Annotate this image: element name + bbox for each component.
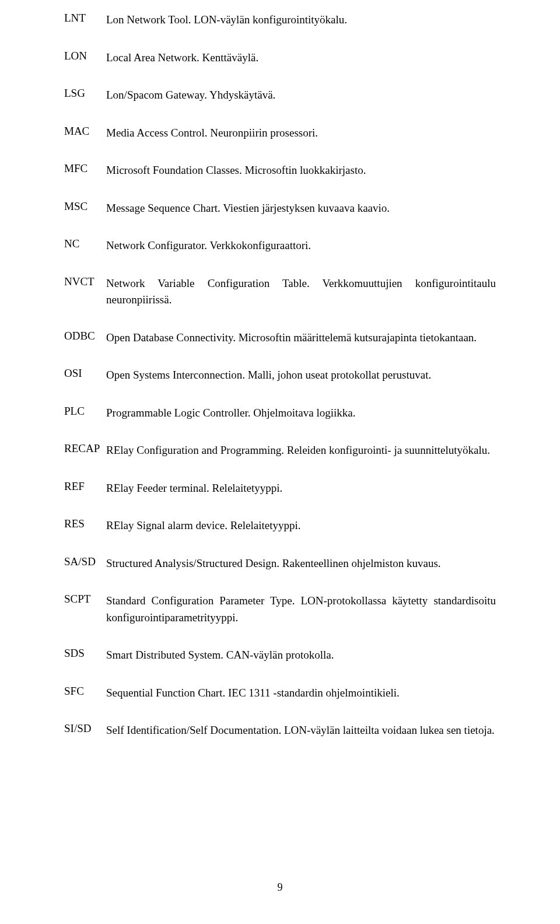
definition: Lon/Spacom Gateway. Yhdyskäytävä.	[106, 87, 496, 104]
definition: Self Identification/Self Documentation. …	[106, 722, 496, 739]
acronym: PLC	[64, 405, 106, 418]
glossary-entry: SFCSequential Function Chart. IEC 1311 -…	[64, 685, 496, 702]
acronym: MAC	[64, 125, 106, 138]
acronym: REF	[64, 480, 106, 493]
glossary-entry: MSCMessage Sequence Chart. Viestien järj…	[64, 200, 496, 217]
glossary-entry: LONLocal Area Network. Kenttäväylä.	[64, 50, 496, 66]
acronym: SA/SD	[64, 555, 106, 568]
definition: Microsoft Foundation Classes. Microsofti…	[106, 162, 496, 179]
acronym: RES	[64, 517, 106, 530]
definition: Lon Network Tool. LON-väylän konfiguroin…	[106, 12, 496, 29]
acronym: ODBC	[64, 330, 106, 342]
definition: RElay Configuration and Programming. Rel…	[106, 442, 496, 459]
definition: Local Area Network. Kenttäväylä.	[106, 50, 496, 66]
acronym: OSI	[64, 367, 106, 380]
glossary-list: LNTLon Network Tool. LON-väylän konfigur…	[64, 12, 496, 739]
acronym: SCPT	[64, 593, 106, 606]
glossary-entry: SA/SDStructured Analysis/Structured Desi…	[64, 555, 496, 572]
acronym: MSC	[64, 200, 106, 213]
definition: Open Database Connectivity. Microsoftin …	[106, 330, 496, 346]
acronym: RECAP	[64, 442, 106, 455]
acronym: LNT	[64, 12, 106, 24]
acronym: NC	[64, 237, 106, 250]
definition: Network Configurator. Verkkokonfiguraatt…	[106, 237, 496, 254]
acronym: SI/SD	[64, 722, 106, 735]
glossary-entry: LNTLon Network Tool. LON-väylän konfigur…	[64, 12, 496, 29]
glossary-entry: LSGLon/Spacom Gateway. Yhdyskäytävä.	[64, 87, 496, 104]
definition: Sequential Function Chart. IEC 1311 -sta…	[106, 685, 496, 702]
glossary-entry: SDSSmart Distributed System. CAN-väylän …	[64, 647, 496, 664]
acronym: MFC	[64, 162, 106, 175]
acronym: SDS	[64, 647, 106, 660]
acronym: NVCT	[64, 275, 106, 288]
acronym: LSG	[64, 87, 106, 100]
acronym: LON	[64, 50, 106, 62]
definition: Structured Analysis/Structured Design. R…	[106, 555, 496, 572]
definition: Standard Configuration Parameter Type. L…	[106, 593, 496, 626]
glossary-entry: SI/SDSelf Identification/Self Documentat…	[64, 722, 496, 739]
glossary-entry: SCPTStandard Configuration Parameter Typ…	[64, 593, 496, 626]
definition: Message Sequence Chart. Viestien järjest…	[106, 200, 496, 217]
definition: RElay Signal alarm device. Relelaitetyyp…	[106, 517, 496, 534]
definition: Media Access Control. Neuronpiirin prose…	[106, 125, 496, 142]
definition: RElay Feeder terminal. Relelaitetyyppi.	[106, 480, 496, 497]
glossary-entry: OSIOpen Systems Interconnection. Malli, …	[64, 367, 496, 384]
glossary-entry: NCNetwork Configurator. Verkkokonfiguraa…	[64, 237, 496, 254]
glossary-entry: MFCMicrosoft Foundation Classes. Microso…	[64, 162, 496, 179]
glossary-entry: REFRElay Feeder terminal. Relelaitetyypp…	[64, 480, 496, 497]
acronym: SFC	[64, 685, 106, 698]
page-number: 9	[0, 881, 560, 894]
definition: Programmable Logic Controller. Ohjelmoit…	[106, 405, 496, 422]
glossary-entry: NVCTNetwork Variable Configuration Table…	[64, 275, 496, 309]
definition: Network Variable Configuration Table. Ve…	[106, 275, 496, 309]
glossary-entry: RESRElay Signal alarm device. Relelaitet…	[64, 517, 496, 534]
document-page: LNTLon Network Tool. LON-väylän konfigur…	[0, 0, 560, 924]
definition: Open Systems Interconnection. Malli, joh…	[106, 367, 496, 384]
glossary-entry: MACMedia Access Control. Neuronpiirin pr…	[64, 125, 496, 142]
definition: Smart Distributed System. CAN-väylän pro…	[106, 647, 496, 664]
glossary-entry: RECAPRElay Configuration and Programming…	[64, 442, 496, 459]
glossary-entry: ODBCOpen Database Connectivity. Microsof…	[64, 330, 496, 346]
glossary-entry: PLCProgrammable Logic Controller. Ohjelm…	[64, 405, 496, 422]
